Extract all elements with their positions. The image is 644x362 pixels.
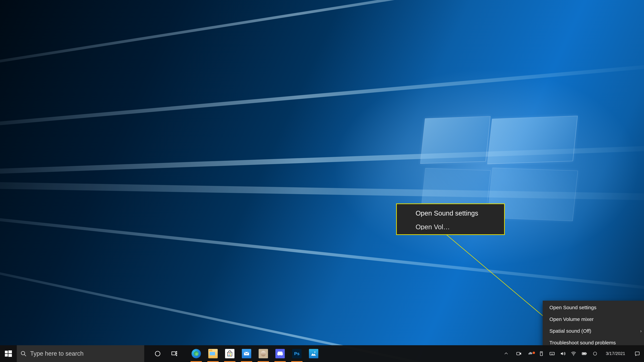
menu-item-label: Troubleshoot sound problems <box>550 340 616 346</box>
cortana-ring-icon <box>154 351 161 357</box>
taskbar-app-photoshop[interactable]: Ps <box>288 345 305 362</box>
notification-icon <box>634 351 640 356</box>
volume-context-menu: Open Sound settings Open Volume mixer Sp… <box>543 301 644 350</box>
photoshop-icon: Ps <box>292 349 302 358</box>
speaker-icon <box>560 351 566 356</box>
svg-rect-22 <box>550 352 554 355</box>
svg-rect-15 <box>228 355 230 356</box>
svg-point-7 <box>155 351 160 356</box>
anime-avatar-icon <box>258 349 268 358</box>
search-input[interactable]: Type here to search <box>17 345 144 362</box>
tray-meet-now[interactable] <box>512 351 525 356</box>
system-tray: 3/17/2021 <box>500 345 644 362</box>
action-center-button[interactable] <box>630 351 644 356</box>
tray-onedrive[interactable] <box>525 351 536 356</box>
svg-rect-1 <box>5 351 8 354</box>
svg-rect-14 <box>230 353 231 354</box>
menu-item-open-sound-settings[interactable]: Open Sound settings <box>543 302 644 313</box>
svg-rect-4 <box>8 354 12 357</box>
svg-rect-21 <box>541 352 542 353</box>
taskbar-app-photos[interactable] <box>305 345 322 362</box>
task-view-button[interactable] <box>166 345 183 362</box>
svg-rect-20 <box>540 352 542 356</box>
tray-battery[interactable] <box>579 351 590 356</box>
svg-rect-11 <box>176 355 177 356</box>
mail-icon <box>242 349 251 358</box>
tray-network[interactable] <box>568 351 579 356</box>
folder-icon <box>208 349 218 358</box>
svg-point-5 <box>21 352 25 355</box>
tray-overflow-button[interactable] <box>500 352 512 356</box>
tray-usb-eject[interactable] <box>536 351 547 356</box>
taskbar-app-file-explorer[interactable] <box>204 345 221 362</box>
warning-badge-icon <box>533 352 535 354</box>
onedrive-icon <box>528 351 533 356</box>
svg-point-18 <box>314 352 316 353</box>
svg-line-0 <box>447 235 548 320</box>
menu-item-label: Open Volume mixer <box>550 317 594 322</box>
menu-item-label: Open Sound settings <box>550 305 596 310</box>
svg-rect-33 <box>635 352 639 355</box>
svg-rect-31 <box>582 353 586 354</box>
keyboard-icon <box>550 351 555 356</box>
search-placeholder: Type here to search <box>30 350 84 357</box>
svg-rect-9 <box>176 351 177 353</box>
svg-rect-13 <box>228 353 230 354</box>
svg-rect-3 <box>5 354 8 357</box>
taskbar-date: 3/17/2021 <box>606 351 625 356</box>
usb-icon <box>539 351 544 356</box>
task-view-icon <box>171 351 178 357</box>
tray-language[interactable] <box>590 352 600 356</box>
taskbar: Type here to search <box>0 345 644 362</box>
language-icon <box>593 352 597 356</box>
taskbar-app-discord[interactable] <box>272 345 288 362</box>
edge-icon <box>192 349 201 358</box>
taskbar-app-edge[interactable] <box>188 345 204 362</box>
svg-point-28 <box>573 355 574 356</box>
svg-rect-10 <box>176 353 177 355</box>
svg-point-32 <box>593 352 597 355</box>
svg-rect-8 <box>172 352 176 355</box>
svg-rect-2 <box>8 351 12 354</box>
menu-item-label: Spatial sound (Off) <box>550 328 591 334</box>
taskbar-app-anime[interactable] <box>255 345 272 362</box>
cortana-button[interactable] <box>149 345 166 362</box>
svg-rect-16 <box>230 355 231 356</box>
wifi-icon <box>571 351 576 356</box>
menu-item-spatial-sound[interactable]: Spatial sound (Off) › <box>543 325 644 337</box>
battery-icon <box>582 351 587 356</box>
svg-rect-19 <box>517 352 520 355</box>
tray-input-indicator[interactable] <box>547 351 558 356</box>
search-icon <box>20 351 26 357</box>
menu-item-open-volume-mixer[interactable]: Open Volume mixer <box>543 313 644 325</box>
svg-line-6 <box>24 355 26 356</box>
svg-rect-12 <box>228 352 232 356</box>
meet-now-icon <box>516 351 522 356</box>
discord-icon <box>276 349 285 358</box>
taskbar-app-microsoft-store[interactable] <box>221 345 238 362</box>
windows-logo-icon <box>5 350 12 357</box>
taskbar-clock[interactable]: 3/17/2021 <box>600 351 630 356</box>
store-icon <box>225 349 234 358</box>
chevron-right-icon: › <box>640 329 642 334</box>
chevron-up-icon <box>504 352 508 356</box>
tray-volume[interactable] <box>558 351 568 356</box>
photos-icon <box>309 349 318 358</box>
svg-rect-30 <box>586 353 587 354</box>
start-button[interactable] <box>0 345 17 362</box>
taskbar-app-mail[interactable] <box>238 345 255 362</box>
